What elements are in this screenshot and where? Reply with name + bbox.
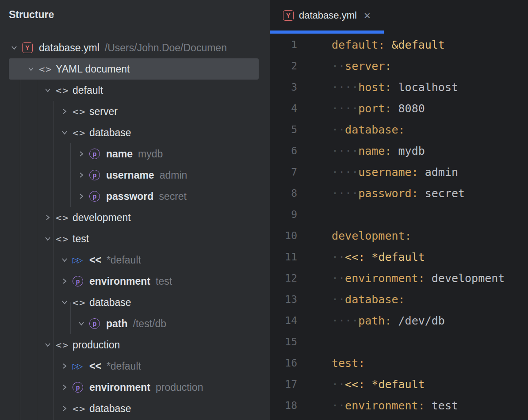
- tree-row-default[interactable]: <>default: [9, 80, 259, 101]
- code-text: ····host: localhost: [297, 81, 458, 94]
- code-line[interactable]: 17··<<: *default: [270, 374, 528, 395]
- chevron-down-icon[interactable]: [59, 255, 70, 265]
- code-text: ····name: mydb: [297, 145, 425, 157]
- close-icon[interactable]: ×: [364, 10, 371, 21]
- code-line[interactable]: 14····path: /dev/db: [270, 310, 528, 331]
- code-line[interactable]: 6····name: mydb: [270, 140, 528, 161]
- property-icon: p: [89, 318, 106, 329]
- yaml-file-icon: Y: [283, 10, 294, 21]
- tree-node-label: database: [89, 403, 131, 415]
- code-token: development: [432, 272, 505, 285]
- code-token: admin: [425, 166, 458, 179]
- whitespace-dots: ····: [332, 102, 358, 115]
- code-token: path:: [358, 314, 391, 327]
- tree-row-development[interactable]: <>development: [9, 207, 259, 228]
- chevron-down-icon[interactable]: [59, 127, 70, 138]
- tree-row-production[interactable]: <>production: [9, 334, 259, 355]
- tree-row-password[interactable]: ppasswordsecret: [9, 186, 259, 207]
- tree-node-label: default: [73, 84, 103, 96]
- code-line[interactable]: 5··database:: [270, 119, 528, 140]
- tab-database-yml[interactable]: Y database.yml ×: [270, 0, 384, 34]
- line-number: 18: [270, 400, 297, 411]
- code-editor-area[interactable]: 1default: &default2··server:3····host: l…: [270, 31, 528, 420]
- tree-node-location-hint: /Users/John.Doe/Documen: [105, 42, 227, 54]
- code-text: ··database:: [297, 293, 405, 306]
- chevron-down-icon[interactable]: [76, 318, 87, 329]
- code-line[interactable]: 1default: &default: [270, 34, 528, 55]
- code-token: [385, 38, 391, 51]
- code-line[interactable]: 18··environment: test: [270, 395, 528, 416]
- tree-row-username[interactable]: pusernameadmin: [9, 164, 259, 186]
- chevron-down-icon[interactable]: [42, 85, 53, 95]
- tree-row-name[interactable]: pnamemydb: [9, 143, 259, 164]
- chevron-right-icon[interactable]: [76, 191, 87, 202]
- chevron-right-icon[interactable]: [59, 403, 70, 414]
- line-number: 7: [270, 166, 297, 178]
- code-token: [391, 81, 398, 94]
- chevron-down-icon[interactable]: [59, 297, 70, 308]
- code-token: mydb: [398, 145, 425, 157]
- chevron-right-icon[interactable]: [59, 106, 70, 117]
- tree-row-test[interactable]: <>test: [9, 228, 259, 249]
- tree-row-database-yml[interactable]: Ydatabase.yml/Users/John.Doe/Documen: [9, 37, 259, 58]
- code-text: ··<<: *default: [297, 251, 425, 263]
- chevron-down-icon[interactable]: [42, 340, 53, 350]
- code-token: port:: [358, 102, 391, 115]
- line-number: 15: [270, 336, 297, 347]
- code-token: test: [432, 399, 458, 412]
- tree-row-database[interactable]: <>database: [9, 122, 259, 143]
- code-line[interactable]: 11··<<: *default: [270, 246, 528, 267]
- code-token: *default: [371, 378, 425, 391]
- whitespace-dots: ··: [332, 378, 345, 391]
- yaml-file-icon: Y: [22, 42, 39, 53]
- code-line[interactable]: 7····username: admin: [270, 161, 528, 183]
- tree-row-merge-key[interactable]: ▷▷<<*default: [9, 249, 259, 271]
- code-line[interactable]: 16test:: [270, 352, 528, 374]
- tree-row-path[interactable]: ppath/test/db: [9, 313, 259, 334]
- line-number: 14: [270, 315, 297, 326]
- whitespace-dots: ··: [332, 60, 345, 73]
- code-text: default: &default: [297, 38, 445, 51]
- tree-row-environment[interactable]: penvironmentproduction: [9, 377, 259, 398]
- chevron-right-icon[interactable]: [59, 361, 70, 371]
- code-line[interactable]: 4····port: 8080: [270, 98, 528, 119]
- code-line[interactable]: 8····password: secret: [270, 183, 528, 204]
- chevron-right-icon[interactable]: [76, 149, 87, 159]
- tree-row-database[interactable]: <>database: [9, 292, 259, 313]
- tree-row-yaml-document[interactable]: <>YAML document: [9, 58, 259, 80]
- yaml-tag-icon: <>: [56, 233, 73, 244]
- code-line[interactable]: 13··database:: [270, 289, 528, 310]
- code-line[interactable]: 3····host: localhost: [270, 76, 528, 98]
- code-text: ····port: 8080: [297, 102, 425, 115]
- chevron-down-icon[interactable]: [26, 64, 36, 74]
- code-text: ··environment: development: [297, 272, 505, 285]
- chevron-right-icon[interactable]: [76, 170, 87, 180]
- chevron-right-icon[interactable]: [42, 212, 53, 223]
- line-number: 17: [270, 378, 297, 390]
- code-line[interactable]: 15: [270, 331, 528, 352]
- code-token: username:: [358, 166, 418, 179]
- code-line[interactable]: 10development:: [270, 225, 528, 246]
- tree-row-server[interactable]: <>server: [9, 101, 259, 122]
- yaml-tag-icon: <>: [73, 297, 89, 308]
- tree-row-environment[interactable]: penvironmenttest: [9, 271, 259, 292]
- line-number: 10: [270, 230, 297, 241]
- code-token: database:: [345, 123, 405, 136]
- code-text: ··server:: [297, 60, 391, 73]
- ide-window: Structure Ydatabase.yml/Users/John.Doe/D…: [0, 0, 528, 420]
- chevron-right-icon[interactable]: [59, 382, 70, 393]
- chevron-down-icon[interactable]: [9, 42, 19, 53]
- code-token: [425, 272, 432, 285]
- code-line[interactable]: 12··environment: development: [270, 267, 528, 289]
- code-line[interactable]: 2··server:: [270, 55, 528, 76]
- tree-row-merge-key[interactable]: ▷▷<<*default: [9, 355, 259, 377]
- chevron-right-icon[interactable]: [59, 276, 70, 286]
- tree-node-value: mydb: [138, 148, 163, 160]
- code-token: &default: [391, 38, 444, 51]
- tree-node-label: name: [106, 148, 133, 160]
- code-line[interactable]: 9: [270, 204, 528, 225]
- chevron-down-icon[interactable]: [42, 233, 53, 244]
- code-token: test:: [332, 357, 365, 370]
- tree-row-database[interactable]: <>database: [9, 398, 259, 419]
- editor: Y database.yml × 1default: &default2··se…: [270, 0, 528, 420]
